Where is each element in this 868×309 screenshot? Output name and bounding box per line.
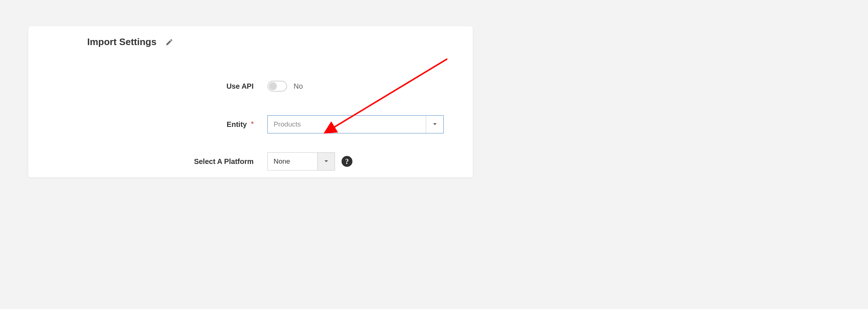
toggle-track xyxy=(267,81,287,92)
platform-select[interactable]: None xyxy=(267,152,335,170)
platform-row: Select A Platform None ? xyxy=(28,152,473,170)
use-api-label: Use API xyxy=(28,82,267,91)
entity-select[interactable]: Products xyxy=(267,115,444,133)
platform-select-button[interactable] xyxy=(317,153,335,170)
use-api-toggle[interactable]: No xyxy=(267,81,303,92)
panel-header: Import Settings xyxy=(28,26,473,48)
help-icon[interactable]: ? xyxy=(342,156,352,167)
required-marker: * xyxy=(251,120,254,128)
entity-label-text: Entity xyxy=(227,120,247,128)
import-settings-panel: Import Settings Use API No Entity * Prod xyxy=(28,26,473,177)
panel-title: Import Settings xyxy=(87,36,157,48)
use-api-row: Use API No xyxy=(28,81,473,92)
platform-label: Select A Platform xyxy=(28,157,267,166)
help-icon-glyph: ? xyxy=(345,157,349,166)
chevron-down-icon xyxy=(324,160,328,163)
entity-select-button[interactable] xyxy=(426,116,443,133)
chevron-down-icon xyxy=(433,123,437,126)
entity-row: Entity * Products xyxy=(28,115,473,133)
entity-select-value: Products xyxy=(268,116,426,133)
edit-icon[interactable] xyxy=(165,38,173,46)
platform-select-value: None xyxy=(268,153,317,170)
toggle-knob xyxy=(269,82,277,90)
entity-label: Entity * xyxy=(28,120,267,129)
use-api-value: No xyxy=(294,82,303,91)
